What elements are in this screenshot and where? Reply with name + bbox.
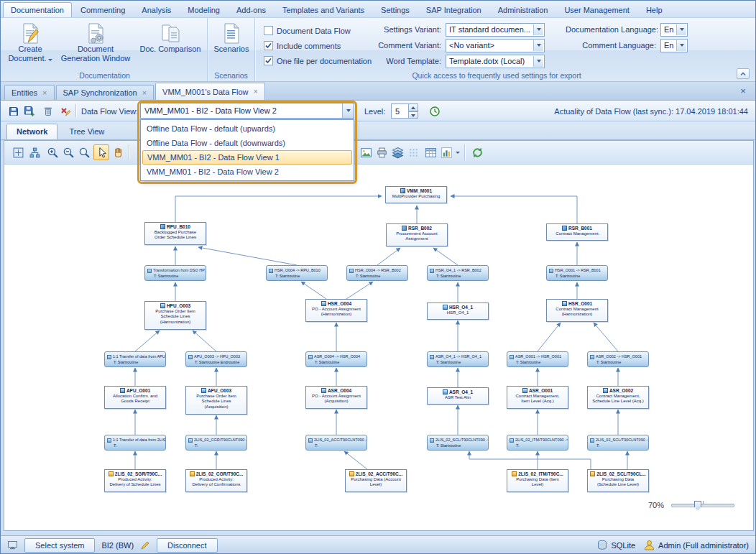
diagram-node-ds-scl[interactable]: 2LIS_02_SCL/T90CL...Purchasing Data(Sche… xyxy=(587,469,649,492)
diagram-node-t-hsr-o4-1-rsr-b002[interactable]: HSR_O4_1 -> RSR_B002T: Startroutine xyxy=(427,265,489,281)
zoom-out-icon[interactable] xyxy=(60,144,76,160)
chart-icon[interactable] xyxy=(438,144,462,160)
create-document-button[interactable]: CreateDocument. xyxy=(5,20,55,69)
diagram-node-asr-o004[interactable]: ASR_O004PO - Account Assignment(Acquisit… xyxy=(305,386,367,409)
diagram-node-rpu-b010[interactable]: RPU_B010Backlogged PurchaseOrder Schedul… xyxy=(144,222,206,245)
select-comment-language[interactable]: En xyxy=(660,39,688,52)
checkbox-include-comments[interactable]: Include comments xyxy=(264,38,372,53)
scenarios-button[interactable]: Scenarios xyxy=(210,20,253,69)
combobox-dropdown-icon[interactable] xyxy=(342,103,354,118)
checkbox-document-data-flow[interactable]: Document Data Flow xyxy=(264,23,372,38)
diagram-node-vmm-m001[interactable]: VMM_M001MultiProvider Purchasing xyxy=(385,186,447,203)
diagram-node-t-2lis-itm[interactable]: 2LIS_02_ITM/T90CLNT090 ->...T: xyxy=(507,435,568,451)
layout-icon[interactable] xyxy=(27,144,42,160)
data-flow-view-combobox[interactable]: VMM_MM01 - BI2 - Data Flow View 2 xyxy=(140,103,354,119)
diagram-node-t-hsr-o004-rsr-b002[interactable]: HSR_O004 -> RSR_B002T: Startroutine xyxy=(346,265,408,281)
diagram-node-ds-acc[interactable]: 2LIS_02_ACC/T90C...Purchasing Data (Acco… xyxy=(345,469,407,492)
zoom-slider-thumb[interactable] xyxy=(694,501,701,511)
close-tab-icon[interactable]: × xyxy=(142,89,147,97)
diagram-node-apu-o003[interactable]: APU_O003Purchase Order ItemSchedule Line… xyxy=(185,386,247,415)
diagram-node-t-asr-o004-hsr-o004[interactable]: ASR_O004 -> HSR_O004T: Startroutine xyxy=(305,351,367,367)
diagram-node-hpu-o003[interactable]: HPU_O003Purchase Order ItemSchedule Line… xyxy=(144,301,206,330)
diagram-node-ds-itm[interactable]: 2LIS_02_ITM/T90C...Purchasing Data (Item… xyxy=(507,469,568,492)
clock-icon[interactable] xyxy=(428,104,442,119)
diagram-node-hsr-o001[interactable]: HSR_O001Contract Management(Harmonizatio… xyxy=(546,299,608,322)
diagram-node-t-2lis-scl-asr[interactable]: 2LIS_02_SCL/T90CLNT090 ->...T: Startrout… xyxy=(427,435,489,451)
diagram-node-t-2lis-apu[interactable]: 1:1 Transfer of data from 2LIS...T: xyxy=(104,435,166,451)
checkbox-one-file-per-documentation[interactable]: One file per documentation xyxy=(264,53,372,68)
dropdown-icon[interactable] xyxy=(533,56,543,67)
diagram-node-apu-o001[interactable]: APU_O001Allocation Confirm. andGoods Rec… xyxy=(104,386,166,409)
diagram-node-t-2lis-acc[interactable]: 2LIS_02_ACC/T90CLNT090 ->...T: xyxy=(305,435,367,451)
select-word-template[interactable]: Template.dotx (Local) xyxy=(446,55,545,68)
ribbon-tab-settings[interactable]: Settings xyxy=(373,2,418,17)
ribbon-tab-analysis[interactable]: Analysis xyxy=(134,2,179,17)
delete-icon[interactable] xyxy=(41,104,55,119)
select-settings-variant[interactable]: IT standard documen... xyxy=(446,23,545,37)
fit-icon[interactable] xyxy=(10,144,26,160)
dropdown-icon[interactable] xyxy=(676,40,686,51)
checkbox-box-icon[interactable] xyxy=(264,41,273,50)
doc-generation-window-button[interactable]: DocumentGeneration Window xyxy=(58,20,133,69)
diagram-node-t-apu[interactable]: 1:1 Transfer of data from APU...T: Start… xyxy=(104,351,166,367)
diagram-node-asr-o001[interactable]: ASR_O001Contract Management,Item Level (… xyxy=(507,386,568,409)
select-comment-variant[interactable]: <No variant> xyxy=(446,39,545,52)
grid-icon[interactable] xyxy=(405,144,421,160)
diagram-node-asr-o4-1[interactable]: ASR_O4_1ASR Test Alin xyxy=(427,387,489,405)
diagram-node-hsr-o4-1[interactable]: HSR_O4_1HSR_O4_1 xyxy=(427,303,489,320)
close-tab-bar-icon[interactable]: × xyxy=(737,85,749,96)
ribbon-tab-templates-and-variants[interactable]: Templates and Variants xyxy=(275,2,372,17)
zoom-area-icon[interactable] xyxy=(76,144,92,160)
document-tab-entities[interactable]: Entities× xyxy=(4,85,55,100)
select-documentation-language[interactable]: En xyxy=(660,23,688,37)
document-tab-vmm-m001-s-data-flow[interactable]: VMM_M001's Data Flow× xyxy=(155,83,265,100)
doc-comparison-button[interactable]: Doc. Comparison xyxy=(136,20,205,69)
zoom-in-icon[interactable] xyxy=(45,144,60,160)
diagram-node-asr-o002[interactable]: ASR_O002Contract Management,Schedule Lin… xyxy=(587,386,649,409)
document-tab-sap-synchronization[interactable]: SAP Synchronization× xyxy=(56,85,155,100)
delete-view-icon[interactable] xyxy=(58,104,73,119)
diagram-node-t-2lis-cgr[interactable]: 2LIS_02_CGR/T90CLNT090 ->...T: xyxy=(185,435,247,451)
ribbon-tab-commenting[interactable]: Commenting xyxy=(73,2,133,17)
ribbon-collapse-button[interactable] xyxy=(737,68,750,79)
ribbon-tab-sap-integration[interactable]: SAP Integration xyxy=(418,2,489,17)
ribbon-tab-administration[interactable]: Administration xyxy=(490,2,556,17)
dropdown-item-offline-data-flow-default-downwards[interactable]: Offline Data Flow - default (downwards) xyxy=(142,136,352,150)
diagram-node-t-dso-hp[interactable]: Transformation from DSO HP...T: Startrou… xyxy=(144,265,206,281)
diagram-node-t-asr-o001-hsr-o001[interactable]: ASR_O001 -> HSR_O001T: Startroutine xyxy=(507,351,568,367)
dropdown-icon[interactable] xyxy=(533,24,543,35)
ribbon-tab-modeling[interactable]: Modeling xyxy=(180,2,228,17)
select-system-button[interactable]: Select system xyxy=(24,538,95,553)
save-icon[interactable] xyxy=(6,104,21,119)
disconnect-button[interactable]: Disconnect xyxy=(157,538,217,553)
diagram-node-t-hsr-o001-rsr-b001[interactable]: HSR_O001 -> RSR_B001T: Startroutine xyxy=(546,265,608,281)
cursor-icon[interactable] xyxy=(93,144,109,160)
zoom-slider[interactable] xyxy=(671,504,734,507)
dropdown-item-offline-data-flow-default-upwards[interactable]: Offline Data Flow - default (upwards) xyxy=(142,121,352,136)
table-icon[interactable] xyxy=(423,144,438,160)
view-tab-tree-view[interactable]: Tree View xyxy=(59,124,114,139)
image-icon[interactable] xyxy=(358,144,374,160)
checkbox-box-icon[interactable] xyxy=(264,56,273,65)
ribbon-tab-add-ons[interactable]: Add-ons xyxy=(229,2,274,17)
spin-down-icon[interactable] xyxy=(408,111,418,119)
view-tab-network[interactable]: Network xyxy=(6,124,57,139)
layers-icon[interactable] xyxy=(389,144,405,160)
diagram-node-rsr-b002[interactable]: RSR_B002Procurement AccountAssignment xyxy=(386,223,448,246)
diagram-node-t-apu-o003-hpu-o003[interactable]: APU_O003 -> HPU_O003T: Startroutine Endr… xyxy=(185,351,247,367)
close-tab-icon[interactable]: × xyxy=(42,89,47,97)
diagram-node-t-asr-o4-1-hsr-o4-1[interactable]: ASR_O4_1 -> HSR_O4_1T: Startroutine xyxy=(427,351,489,367)
diagram-node-t-asr-o002-hsr-o001[interactable]: ASR_O002 -> HSR_O001T: Startroutine xyxy=(587,351,649,367)
diagram-node-rsr-b001[interactable]: RSR_B001Contract Management xyxy=(546,223,608,241)
diagram-canvas[interactable]: VMM_M001MultiProvider PurchasingRPU_B010… xyxy=(4,165,753,530)
edit-connection-icon[interactable] xyxy=(140,540,150,550)
spin-up-icon[interactable] xyxy=(408,103,418,111)
dropdown-icon[interactable] xyxy=(533,40,543,51)
save-as-icon[interactable] xyxy=(22,104,37,119)
diagram-node-t-2lis-scl[interactable]: 2LIS_02_SCL/T90CLNT090 ->...T: xyxy=(587,435,649,451)
ribbon-tab-documentation[interactable]: Documentation xyxy=(3,2,72,17)
print-icon[interactable] xyxy=(374,144,389,160)
diagram-node-ds-sgr[interactable]: 2LIS_02_SGR/T90C...Produced Activity:Del… xyxy=(104,469,166,492)
ribbon-tab-user-management[interactable]: User Management xyxy=(556,2,637,17)
level-spinner[interactable]: 5 xyxy=(391,103,418,119)
